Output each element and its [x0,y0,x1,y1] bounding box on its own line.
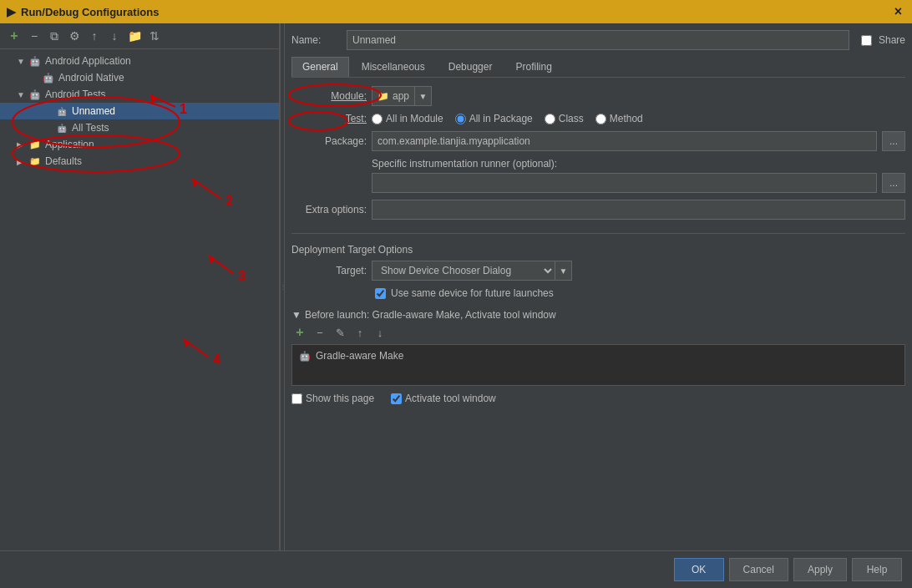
sidebar-item-label: Android Tests [45,89,106,100]
android-small-icon: 🤖 [55,121,68,134]
deployment-title: Deployment Target Options [291,244,905,256]
apply-button[interactable]: Apply [793,558,847,581]
bl-down-button[interactable]: ↓ [372,324,388,341]
expand-arrow: ▶ [17,157,27,166]
app-icon: ▶ [7,5,16,18]
radio-all-in-package-input[interactable] [455,114,466,124]
extra-row: Extra options: [291,200,905,220]
radio-all-in-package-label: All in Package [469,113,533,124]
radio-method-input[interactable] [595,114,606,124]
module-label: Module: [291,90,367,102]
instr-browse-button[interactable]: ... [882,173,905,193]
package-browse-button[interactable]: ... [882,131,905,151]
bl-item-label: Gradle-aware Make [316,350,403,362]
target-dropdown[interactable]: Show Device Chooser Dialog USB Device Em… [372,261,555,281]
bl-remove-button[interactable]: − [312,324,328,341]
expand-arrow: ▼ [17,90,27,99]
show-page-checkbox-label[interactable]: Show this page [291,393,374,404]
dialog-body: + − ⧉ ⚙ ↑ ↓ 📁 ⇅ ▼ 🤖 Android Application [0,23,912,588]
before-launch-header[interactable]: ▼ Before launch: Gradle-aware Make, Acti… [291,309,905,321]
add-config-button[interactable]: + [5,27,23,45]
bl-add-button[interactable]: + [291,324,308,341]
target-label: Target: [291,265,367,276]
name-label: Name: [291,34,342,46]
activate-window-checkbox-label[interactable]: Activate tool window [391,393,496,404]
sidebar-item-defaults[interactable]: ▶ 📁 Defaults [0,153,279,170]
instr-input[interactable] [372,173,877,193]
folder-icon: 📁 [28,138,42,151]
sidebar: + − ⧉ ⚙ ↑ ↓ 📁 ⇅ ▼ 🤖 Android Application [0,23,280,550]
activate-window-checkbox[interactable] [391,393,402,404]
android-icon: 🤖 [28,54,42,68]
module-select-wrap: 📁 app ▼ [372,86,432,106]
sidebar-item-android-native[interactable]: 🤖 Android Native [0,69,279,86]
name-input[interactable] [347,30,849,50]
package-input[interactable] [372,131,877,151]
sidebar-toolbar: + − ⧉ ⚙ ↑ ↓ 📁 ⇅ [0,23,279,49]
radio-class[interactable]: Class [545,113,584,124]
package-label: Package: [291,135,367,147]
same-device-label: Use same device for future launches [391,287,554,299]
share-area: Share [861,34,905,46]
sidebar-item-all-tests[interactable]: 🤖 All Tests [0,119,279,136]
sidebar-item-label: Android Native [58,72,124,84]
config-tree: ▼ 🤖 Android Application 🤖 Android Native… [0,49,279,550]
help-button[interactable]: Help [852,558,902,581]
move-up-button[interactable]: ↑ [85,27,104,45]
gradle-icon: 🤖 [299,351,311,362]
radio-all-in-module[interactable]: All in Module [372,113,443,124]
tab-debugger[interactable]: Debugger [438,57,504,77]
ok-button[interactable]: OK [674,558,724,581]
move-down-button[interactable]: ↓ [105,27,124,45]
title-bar: ▶ Run/Debug Configurations × [0,0,912,23]
radio-method-label: Method [610,113,643,124]
sidebar-item-android-tests[interactable]: ▼ 🤖 Android Tests [0,86,279,103]
before-launch-list: 🤖 Gradle-aware Make [291,344,905,386]
cancel-button[interactable]: Cancel [729,558,788,581]
sidebar-item-unnamed[interactable]: 🤖 Unnamed [0,103,279,119]
expand-arrow: ▶ [17,140,27,150]
sidebar-item-android-application[interactable]: ▼ 🤖 Android Application [0,53,279,69]
extra-label: Extra options: [291,204,367,215]
radio-class-label: Class [559,113,584,124]
remove-config-button[interactable]: − [25,27,43,45]
sidebar-item-label: All Tests [72,122,109,134]
tab-profiling[interactable]: Profiling [504,57,562,77]
settings-config-button[interactable]: ⚙ [65,27,84,45]
extra-input[interactable] [372,200,905,220]
tab-general[interactable]: General [291,57,349,77]
activate-window-label: Activate tool window [405,393,496,404]
share-checkbox[interactable] [861,35,872,46]
bl-item-gradle[interactable]: 🤖 Gradle-aware Make [296,348,901,363]
radio-all-in-module-input[interactable] [372,114,383,124]
test-radio-group: All in Module All in Package Class [372,113,643,124]
sort-button[interactable]: ⇅ [145,27,164,45]
radio-class-input[interactable] [545,114,555,124]
radio-all-in-module-label: All in Module [386,113,443,124]
same-device-checkbox[interactable] [375,288,386,299]
radio-method[interactable]: Method [595,113,643,124]
sidebar-item-label: Defaults [45,155,82,167]
name-row: Name: Share [291,30,905,50]
target-dropdown-arrow[interactable]: ▼ [555,261,572,281]
before-launch-toolbar: + − ✎ ↑ ↓ [291,324,905,341]
module-dropdown-arrow[interactable]: ▼ [415,86,432,106]
sidebar-item-application[interactable]: ▶ 📁 Application [0,136,279,153]
android-small-icon: 🤖 [55,104,68,118]
close-button[interactable]: × [891,4,905,19]
bl-edit-button[interactable]: ✎ [332,324,348,341]
radio-all-in-package[interactable]: All in Package [455,113,533,124]
show-page-checkbox[interactable] [291,393,302,404]
expand-arrow: ▼ [17,57,27,66]
package-row: Package: ... [291,131,905,151]
bottom-checkboxes: Show this page Activate tool window [291,393,905,404]
bl-up-button[interactable]: ↑ [352,324,368,341]
copy-config-button[interactable]: ⧉ [45,27,63,45]
target-select-wrap: Show Device Chooser Dialog USB Device Em… [372,261,572,281]
tab-miscellaneous[interactable]: Miscellaneous [351,57,436,77]
instr-header: Specific instrumentation runner (optiona… [291,158,905,170]
folder-button[interactable]: 📁 [125,27,144,45]
dialog-title: Run/Debug Configurations [21,6,159,18]
dialog-footer: OK Cancel Apply Help [0,550,912,588]
main-area: + − ⧉ ⚙ ↑ ↓ 📁 ⇅ ▼ 🤖 Android Application [0,23,912,550]
